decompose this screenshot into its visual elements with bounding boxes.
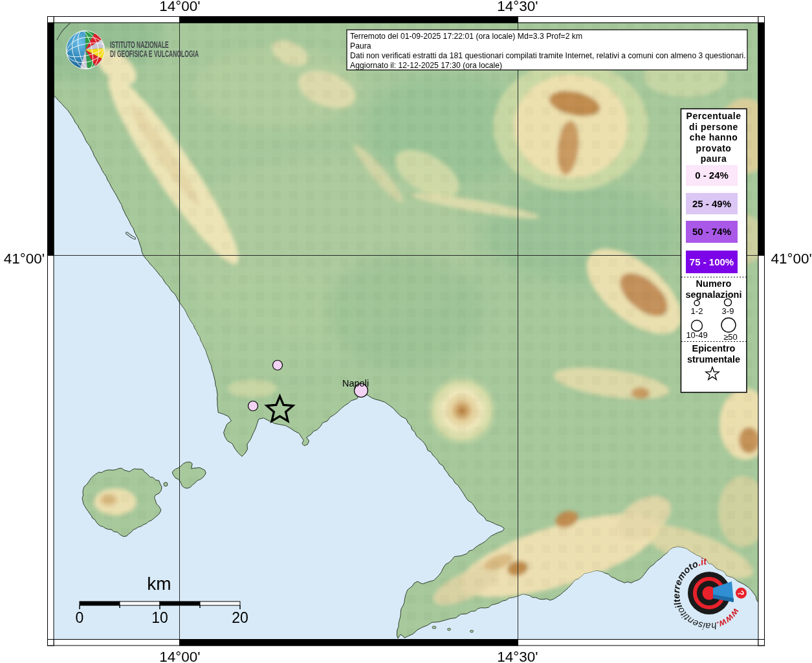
svg-text:Epicentro: Epicentro	[692, 343, 736, 354]
svg-text:3-9: 3-9	[722, 306, 734, 316]
svg-text:75 - 100%: 75 - 100%	[690, 256, 734, 267]
svg-text:Dati non verificati estratti d: Dati non verificati estratti da 181 ques…	[350, 51, 746, 60]
svg-text:km: km	[147, 574, 171, 594]
svg-text:14°30': 14°30'	[497, 649, 538, 663]
svg-text:Terremoto del 01-09-2025 17:22: Terremoto del 01-09-2025 17:22:01 (ora l…	[350, 32, 582, 41]
svg-text:provato: provato	[696, 143, 732, 153]
svg-text:50 - 74%: 50 - 74%	[692, 226, 731, 237]
svg-text:segnalazioni: segnalazioni	[685, 289, 741, 300]
svg-text:0 - 24%: 0 - 24%	[695, 170, 729, 181]
svg-text:1-2: 1-2	[691, 306, 703, 316]
svg-text:14°00': 14°00'	[159, 649, 200, 663]
svg-text:0: 0	[76, 609, 84, 626]
svg-text:paura: paura	[701, 153, 727, 164]
svg-text:41°00': 41°00'	[4, 251, 45, 267]
svg-text:che hanno: che hanno	[690, 132, 738, 142]
svg-text:10-49: 10-49	[686, 330, 707, 340]
svg-text:25 - 49%: 25 - 49%	[692, 198, 731, 209]
svg-text:41°00': 41°00'	[771, 251, 812, 267]
svg-text:Percentuale: Percentuale	[686, 111, 741, 121]
svg-text:strumentale: strumentale	[687, 354, 740, 365]
svg-text:14°30': 14°30'	[497, 0, 538, 14]
svg-text:10: 10	[151, 609, 168, 626]
svg-text:Paura: Paura	[350, 41, 371, 51]
svg-text:Napoli: Napoli	[342, 378, 369, 388]
svg-text:Aggiornato il: 12-12-2025 17:3: Aggiornato il: 12-12-2025 17:30 (ora loc…	[350, 61, 502, 70]
svg-text:20: 20	[232, 609, 248, 626]
svg-text:≥50: ≥50	[723, 332, 738, 342]
svg-text:ISTITUTO NAZIONALE: ISTITUTO NAZIONALE	[110, 39, 169, 49]
svg-text:DI GEOFISICA E VULCANOLOGIA: DI GEOFISICA E VULCANOLOGIA	[110, 49, 199, 58]
svg-text:14°00': 14°00'	[159, 0, 200, 14]
svg-text:Numero: Numero	[696, 278, 732, 289]
svg-text:di persone: di persone	[689, 122, 738, 132]
